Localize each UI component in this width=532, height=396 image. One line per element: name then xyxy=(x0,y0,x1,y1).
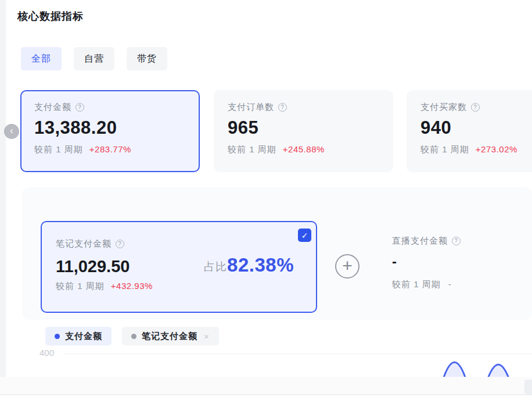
change-value: - xyxy=(448,279,452,289)
stat-card-order-count[interactable]: 支付订单数 ? 965 较前 1 周期 +245.88% xyxy=(214,90,393,172)
share-wrap: 占比 82.38% xyxy=(204,254,294,276)
scope-tabs: 全部 自营 带货 xyxy=(21,47,167,70)
question-icon[interactable]: ? xyxy=(452,237,461,245)
sub-card-label-text: 笔记支付金额 xyxy=(56,238,112,249)
check-glyph: ✓ xyxy=(301,231,308,240)
stat-label-text: 支付金额 xyxy=(34,102,71,113)
page-title: 核心数据指标 xyxy=(17,9,84,23)
question-icon[interactable]: ? xyxy=(471,103,480,112)
legend-label: 支付金额 xyxy=(65,331,102,342)
add-metric-button[interactable]: + xyxy=(335,254,360,279)
chart-legend: 支付金额 笔记支付金额 × xyxy=(45,327,219,345)
live-value: - xyxy=(392,254,461,270)
legend-chip-note-payment-amount[interactable]: 笔记支付金额 × xyxy=(122,327,219,345)
floating-widget-edge[interactable] xyxy=(524,380,532,394)
legend-chip-payment-amount[interactable]: 支付金额 xyxy=(45,327,112,345)
legend-dot-blue xyxy=(55,334,60,339)
checkbox-checked-icon[interactable]: ✓ xyxy=(298,229,311,242)
stat-label-text: 支付订单数 xyxy=(228,102,274,113)
stat-compare: 较前 1 周期 +245.88% xyxy=(228,144,379,155)
change-value: +273.02% xyxy=(476,144,517,154)
question-icon[interactable]: ? xyxy=(116,240,124,248)
stat-card-label: 支付金额 ? xyxy=(34,102,186,113)
bottom-divider xyxy=(0,394,532,395)
legend-dot-gray xyxy=(131,334,136,339)
carousel-prev-button[interactable]: ‹ xyxy=(4,124,19,139)
compare-label: 较前 1 周期 xyxy=(420,144,469,154)
question-icon[interactable]: ? xyxy=(278,103,287,112)
plus-icon: + xyxy=(342,257,353,274)
stat-card-label: 支付买家数 ? xyxy=(420,102,532,113)
tab-affiliate[interactable]: 带货 xyxy=(127,47,167,70)
stat-label-text: 支付买家数 xyxy=(420,102,467,113)
sub-card-label: 笔记支付金额 ? xyxy=(56,238,302,249)
sub-card-compare: 较前 1 周期 +432.93% xyxy=(56,281,302,292)
stat-card-label: 支付订单数 ? xyxy=(228,102,379,113)
share-value: 82.38% xyxy=(227,254,294,276)
trend-line-chart[interactable] xyxy=(22,349,532,377)
sub-card-live-payment[interactable]: 直播支付金额 ? - 较前 1 周期 - xyxy=(392,236,461,290)
note-value: 11,029.50 xyxy=(56,257,130,276)
sub-card-label: 直播支付金额 ? xyxy=(392,236,461,247)
chevron-left-icon: ‹ xyxy=(10,126,13,135)
stat-compare: 较前 1 周期 +283.77% xyxy=(34,144,186,155)
change-value: +432.93% xyxy=(111,281,153,291)
compare-label: 较前 1 周期 xyxy=(392,279,441,289)
stat-compare: 较前 1 周期 +273.02% xyxy=(420,144,532,155)
tab-all[interactable]: 全部 xyxy=(21,47,62,70)
sub-card-note-payment[interactable]: ✓ 笔记支付金额 ? 11,029.50 占比 82.38% 较前 1 周期 +… xyxy=(41,221,317,313)
sub-card-compare: 较前 1 周期 - xyxy=(392,279,461,290)
page-bottom-strip xyxy=(0,377,532,396)
compare-label: 较前 1 周期 xyxy=(34,144,83,154)
compare-label: 较前 1 周期 xyxy=(56,281,105,291)
stat-value: 940 xyxy=(420,117,532,138)
compare-label: 较前 1 周期 xyxy=(228,144,276,154)
change-value: +245.88% xyxy=(283,144,325,154)
stat-value: 13,388.20 xyxy=(34,117,186,138)
close-icon[interactable]: × xyxy=(204,331,210,341)
tab-self-operated[interactable]: 自营 xyxy=(74,47,114,70)
question-icon[interactable]: ? xyxy=(76,103,84,112)
stat-card-buyer-count[interactable]: 支付买家数 ? 940 较前 1 周期 +273.02% xyxy=(407,90,532,172)
note-value-row: 11,029.50 占比 82.38% xyxy=(56,254,302,276)
share-label: 占比 xyxy=(204,259,227,276)
stat-card-payment-amount[interactable]: 支付金额 ? 13,388.20 较前 1 周期 +283.77% xyxy=(20,90,200,172)
change-value: +283.77% xyxy=(89,144,131,154)
stat-value: 965 xyxy=(228,117,379,138)
legend-label: 笔记支付金额 xyxy=(142,331,197,342)
sub-card-label-text: 直播支付金额 xyxy=(392,236,448,247)
